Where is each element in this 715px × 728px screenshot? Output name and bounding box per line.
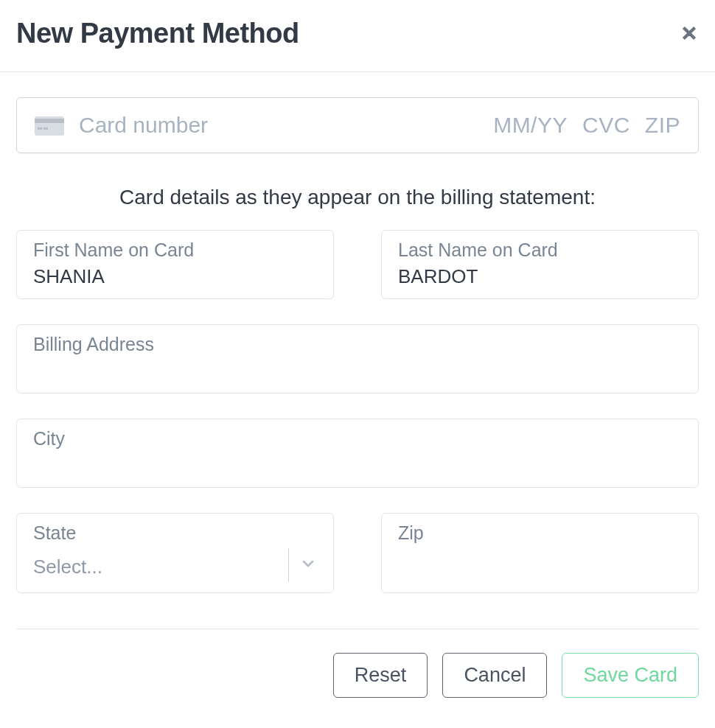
state-group[interactable]: State Select... <box>16 513 334 593</box>
modal-footer: Reset Cancel Save Card <box>16 629 699 698</box>
cancel-button[interactable]: Cancel <box>442 653 547 698</box>
save-card-button[interactable]: Save Card <box>562 653 699 698</box>
select-divider <box>288 548 289 582</box>
card-number-field[interactable]: Card number MM/YY CVC ZIP <box>16 97 699 153</box>
first-name-group: First Name on Card <box>16 230 334 299</box>
card-expiry-placeholder: MM/YY <box>493 113 568 138</box>
state-select[interactable]: Select... <box>33 548 317 582</box>
state-label: State <box>33 522 317 544</box>
state-zip-row: State Select... Zip <box>16 513 699 593</box>
zip-label: Zip <box>398 522 682 544</box>
name-row: First Name on Card Last Name on Card <box>16 230 699 299</box>
city-row: City <box>16 419 699 488</box>
city-group: City <box>16 419 699 488</box>
last-name-group: Last Name on Card <box>381 230 699 299</box>
svg-rect-1 <box>35 119 64 123</box>
close-button[interactable] <box>680 21 699 47</box>
zip-group: Zip <box>381 513 699 593</box>
last-name-label: Last Name on Card <box>398 239 682 261</box>
first-name-input[interactable] <box>33 265 317 288</box>
reset-button[interactable]: Reset <box>333 653 428 698</box>
credit-card-icon <box>35 116 64 134</box>
city-input[interactable] <box>33 454 682 477</box>
first-name-label: First Name on Card <box>33 239 317 261</box>
modal-title: New Payment Method <box>16 18 299 49</box>
billing-section-heading: Card details as they appear on the billi… <box>16 186 699 209</box>
city-label: City <box>33 428 682 449</box>
svg-rect-3 <box>43 127 48 130</box>
close-icon <box>680 18 699 49</box>
modal-header: New Payment Method <box>0 0 715 72</box>
svg-rect-2 <box>38 127 42 130</box>
card-zip-placeholder: ZIP <box>645 113 680 138</box>
chevron-down-icon <box>299 555 317 575</box>
card-cvc-placeholder: CVC <box>582 113 630 138</box>
billing-address-input[interactable] <box>33 360 682 382</box>
zip-input[interactable] <box>398 548 682 571</box>
billing-address-label: Billing Address <box>33 334 682 355</box>
billing-address-group: Billing Address <box>16 324 699 393</box>
last-name-input[interactable] <box>398 265 682 288</box>
state-select-value: Select... <box>33 553 288 578</box>
card-number-placeholder: Card number <box>79 113 478 138</box>
address-row: Billing Address <box>16 324 699 393</box>
modal-body: Card number MM/YY CVC ZIP Card details a… <box>0 72 715 714</box>
